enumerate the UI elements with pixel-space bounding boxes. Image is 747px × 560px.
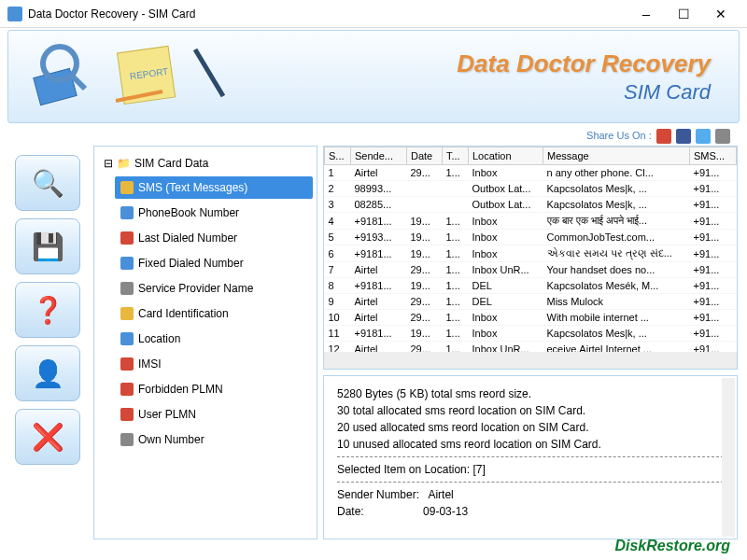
tree-root-label: SIM Card Data [134,157,208,170]
tree-item-icon [120,357,134,371]
table-row[interactable]: 7Airtel29...1...Inbox UnR...Your handset… [325,262,737,278]
tree-item-icon [120,231,134,245]
table-row[interactable]: 308285...Outbox Lat...Kapcsolatos Mes|k,… [325,197,737,213]
gplus-icon[interactable] [656,129,671,144]
table-row[interactable]: 298993...Outbox Lat...Kapcsolatos Mes|k,… [325,181,737,197]
twitter-icon[interactable] [696,129,711,144]
tree-item-icon [120,408,134,421]
tree-item-icon [120,206,134,219]
tree-item-label: Last Dialed Number [138,231,237,245]
table-row[interactable]: 11+9181...19...1...InboxKapcsolatos Mes|… [325,326,737,342]
column-header[interactable]: Location [469,147,543,165]
help-button[interactable]: ❓ [15,282,80,338]
email-icon[interactable] [715,129,730,144]
facebook-icon[interactable] [676,129,691,144]
column-header[interactable]: S... [325,147,351,165]
tree-panel: ⊟ 📁 SIM Card Data SMS (Text Messages)Pho… [93,146,317,539]
detail-selected: Selected Item on Location: [7] [337,461,724,478]
table-row[interactable]: 9Airtel29...1...DEL Miss Mulock+91... [325,294,737,310]
banner: REPORT Data Doctor Recovery SIM Card [7,30,740,123]
tree-item-icon [120,282,134,295]
detail-date: Date: 09-03-13 [337,503,724,520]
tree-item-label: Own Number [138,433,204,446]
tree-item-label: IMSI [138,357,162,371]
grid-scrollbar[interactable] [324,352,737,369]
recover-button[interactable]: 💾 [15,218,80,274]
column-header[interactable]: Sende... [351,147,407,165]
titlebar: Data Doctor Recovery - SIM Card — ☐ ✕ [0,0,747,28]
table-row[interactable]: 6+9181...19...1...Inboxએકવાર સમય પર ત્રણ… [325,245,737,262]
table-row[interactable]: 5+9193...19...1...InboxCommonJobTest.com… [325,230,737,245]
tree-item-icon [120,383,134,396]
tree-item[interactable]: Location [115,328,313,350]
search-button[interactable]: 🔍 [15,155,80,211]
detail-divider2 [337,482,724,483]
detail-size: 5280 Bytes (5 KB) total sms reord size. [337,385,724,402]
tree-item-icon [120,307,134,320]
tree-item[interactable]: SMS (Text Messages) [115,176,313,199]
tree-item-label: Service Provider Name [138,282,253,295]
brand-subtitle: SIM Card [251,80,711,105]
app-icon [7,7,22,21]
tree-item[interactable]: Service Provider Name [115,277,313,300]
column-header[interactable]: Message [543,147,690,165]
tree-item[interactable]: Own Number [115,428,313,451]
tree-item[interactable]: PhoneBook Number [115,202,313,224]
window-title: Data Doctor Recovery - SIM Card [28,7,627,21]
user-button[interactable]: 👤 [15,345,80,401]
tree-collapse-icon[interactable]: ⊟ [104,157,113,170]
tree-item[interactable]: Last Dialed Number [115,227,313,249]
table-row[interactable]: 1Airtel29...1...Inboxn any other phone. … [325,165,737,181]
tree-item-icon [120,332,134,345]
banner-artwork: REPORT [8,31,251,122]
footer-link[interactable]: DiskRestore.org [614,538,730,554]
minimize-button[interactable]: — [627,1,665,27]
tree-item-icon [120,257,134,270]
tree-item-icon [120,433,134,446]
tree-root[interactable]: ⊟ 📁 SIM Card Data [98,154,313,173]
tree-item-label: Fixed Dialed Number [138,257,244,270]
column-header[interactable]: SMS... [690,147,737,165]
sidebar: 🔍💾❓👤❌ [9,146,93,539]
tree-item[interactable]: Forbidden PLMN [115,378,313,400]
maximize-button[interactable]: ☐ [665,1,702,27]
detail-scrollbar[interactable] [722,378,735,537]
share-row: Share Us On : [0,125,747,146]
main-area: 🔍💾❓👤❌ ⊟ 📁 SIM Card Data SMS (Text Messag… [0,146,747,549]
tree-item-label: PhoneBook Number [138,206,239,219]
close-window-button[interactable]: ✕ [702,1,740,27]
table-row[interactable]: 4+9181...19...1...Inboxएक बार एक भाई अपन… [325,213,737,230]
detail-divider [337,456,724,457]
detail-unused: 10 unused allocated sms reord location o… [337,436,724,453]
message-grid[interactable]: S...Sende...DateT...LocationMessageSMS..… [323,146,738,370]
table-row[interactable]: 8+9181...19...1...DELKapcsolatos Mesék, … [325,278,737,294]
tree-item-label: SMS (Text Messages) [138,181,247,194]
svg-line-6 [195,49,223,96]
brand-title: Data Doctor Recovery [251,49,711,78]
tree-item[interactable]: Card Identification [115,302,313,325]
sim-folder-icon: 📁 [117,157,131,170]
tree-item-icon [120,181,134,194]
tree-item-label: Location [138,332,180,345]
detail-sender: Sender Number: Airtel [337,486,724,503]
tree-item[interactable]: User PLMN [115,403,313,426]
detail-total: 30 total allocated sms reord location on… [337,402,724,419]
share-label: Share Us On : [586,130,652,141]
tree-item-label: Forbidden PLMN [138,383,223,396]
tree-item-label: Card Identification [138,307,229,320]
tree-item[interactable]: IMSI [115,353,313,375]
magnifier-notepad-pen-icon: REPORT [8,31,251,124]
column-header[interactable]: Date [407,147,443,165]
tree-item[interactable]: Fixed Dialed Number [115,252,313,274]
detail-panel: 5280 Bytes (5 KB) total sms reord size. … [323,375,738,539]
detail-used: 20 used allocated sms reord location on … [337,419,724,436]
column-header[interactable]: T... [443,147,469,165]
close-button[interactable]: ❌ [15,409,80,465]
table-row[interactable]: 10Airtel29...1...InboxWith mobile intern… [325,310,737,326]
tree-item-label: User PLMN [138,408,196,421]
